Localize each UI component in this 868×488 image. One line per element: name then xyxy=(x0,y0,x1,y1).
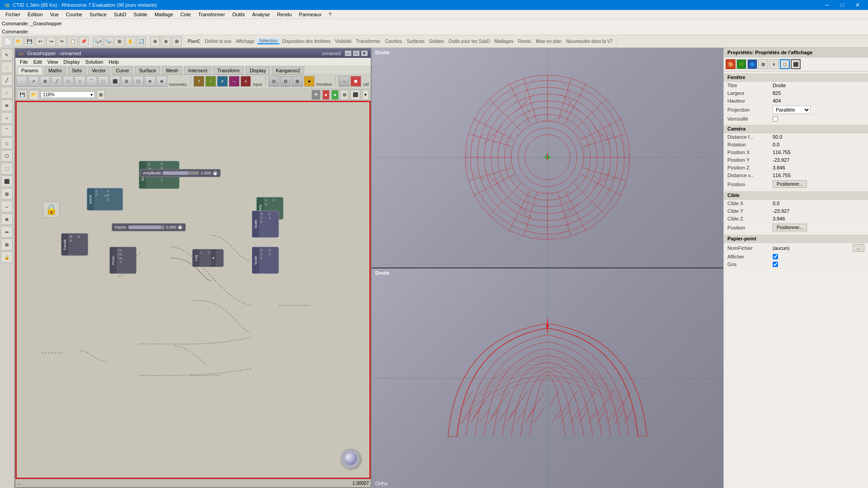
tb-open[interactable]: 📂 xyxy=(14,37,24,47)
props-btn-material[interactable]: □ xyxy=(780,59,790,69)
props-btn-color3[interactable]: 🔷 xyxy=(747,59,757,69)
gh-factor-knob[interactable]: ◉ xyxy=(178,225,183,230)
menu-courbe[interactable]: Courbe xyxy=(62,11,86,18)
gh-comp-subd[interactable]: ⬡ xyxy=(133,76,144,87)
gh-comp-line[interactable]: ╱ xyxy=(51,76,62,87)
menu-surface[interactable]: Surface xyxy=(86,11,110,18)
props-cb-verrouille[interactable] xyxy=(773,116,778,122)
gh-comp-bool[interactable]: T xyxy=(193,76,204,87)
tb-undo[interactable]: ↩ xyxy=(35,37,45,47)
gh-menu-help[interactable]: Help xyxy=(106,59,122,65)
tool-polyline[interactable]: ⟋ xyxy=(1,87,13,99)
gh-layout-btn[interactable]: ⊞ xyxy=(97,90,105,100)
gh-tab-mesh[interactable]: Mesh xyxy=(162,66,182,75)
menu-outils[interactable]: Outils xyxy=(229,11,249,18)
tb-paste[interactable]: 📌 xyxy=(79,37,89,47)
gh-preview-wire[interactable]: ⊞ xyxy=(340,90,349,100)
tb-zoom-in[interactable]: 🔍+ xyxy=(93,37,103,47)
tab-affichage[interactable]: Affichage xyxy=(234,39,257,44)
tool-extrude[interactable]: ⬛ xyxy=(1,175,13,187)
props-btn-display[interactable]: ⊞ xyxy=(758,59,768,69)
tb-snap2[interactable]: ⊗ xyxy=(161,37,171,47)
tool-circle[interactable]: ○ xyxy=(1,112,13,124)
gh-tab-vector[interactable]: Vector xyxy=(88,66,110,75)
props-btn-color1[interactable]: 🎨 xyxy=(726,59,736,69)
gh-node-scale-bottom[interactable]: Scale G G C X F xyxy=(252,247,279,274)
gh-maximize[interactable]: □ xyxy=(353,50,360,56)
tab-disposition[interactable]: Disposition des fenêtres xyxy=(280,39,332,44)
tab-maillages[interactable]: Maillages xyxy=(493,39,515,44)
gh-comp-transform[interactable]: ⊕ xyxy=(156,76,167,87)
menu-analyse[interactable]: Analyse xyxy=(249,11,274,18)
menu-solide[interactable]: Solide xyxy=(130,11,151,18)
gh-comp-num[interactable]: # xyxy=(217,76,228,87)
tb-rotate[interactable]: 🔄 xyxy=(136,37,146,47)
gh-lock-btn[interactable]: 🔒 xyxy=(43,202,60,218)
gh-tab-kangaroo[interactable]: Kangaroo2 xyxy=(272,66,304,75)
gh-menu-view[interactable]: View xyxy=(45,59,61,65)
tab-rendu[interactable]: Rendu xyxy=(516,39,533,44)
tb-new[interactable]: 📄 xyxy=(3,37,13,47)
tab-transformer[interactable]: Transformer xyxy=(354,39,382,44)
gh-comp-field[interactable]: ≋ xyxy=(145,76,156,87)
gh-preview-off[interactable]: 👁 xyxy=(311,90,321,100)
gh-tab-intersect[interactable]: Intersect xyxy=(184,66,211,75)
tool-mirror[interactable]: ⇔ xyxy=(1,226,13,238)
menu-rendu[interactable]: Rendu xyxy=(274,11,295,18)
gh-comp-prim3[interactable]: ⊞ xyxy=(292,76,303,87)
maximize-button[interactable]: □ xyxy=(835,0,849,10)
gh-more-btn[interactable]: ▾ xyxy=(362,90,369,100)
gh-comp-int[interactable]: i xyxy=(205,76,216,87)
gh-tab-display[interactable]: Display xyxy=(245,66,270,75)
tool-rectangle[interactable]: □ xyxy=(1,137,13,149)
gh-comp-slider[interactable]: ─ xyxy=(229,76,240,87)
gh-comp-plane[interactable]: ⊞ xyxy=(40,76,51,87)
gh-menu-file[interactable]: File xyxy=(17,59,31,65)
tab-solides[interactable]: Solides xyxy=(427,39,446,44)
tab-mise-en-plan[interactable]: Mise en plan xyxy=(534,39,563,44)
tab-visibilite[interactable]: Visibilité xyxy=(333,39,354,44)
tb-pan[interactable]: ✋ xyxy=(125,37,135,47)
gh-node-srfcp[interactable]: SrfCP S P P uvP D xyxy=(87,188,123,211)
tb-zoom-all[interactable]: ⊞ xyxy=(114,37,124,47)
gh-node-lng-chevron[interactable]: ▾ xyxy=(211,249,216,267)
gh-comp-brep[interactable]: ⬛ xyxy=(110,76,121,87)
gh-open-btn[interactable]: 📂 xyxy=(29,90,39,100)
tool-dim[interactable]: ↔ xyxy=(1,201,13,212)
menu-edition[interactable]: Édition xyxy=(24,11,47,18)
gh-comp-box[interactable]: □ xyxy=(63,76,74,87)
menu-maillage[interactable]: Maillage xyxy=(151,11,177,18)
tb-copy[interactable]: 📋 xyxy=(68,37,78,47)
tool-polygon[interactable]: ⬡ xyxy=(1,150,13,162)
gh-amplitude-track[interactable] xyxy=(163,171,199,175)
menu-vue[interactable]: Vue xyxy=(47,11,62,18)
gh-preview-shade[interactable]: ⬛ xyxy=(350,90,360,100)
props-cb-afficher[interactable] xyxy=(773,254,778,259)
props-btn-color2[interactable]: 🌿 xyxy=(736,59,746,69)
menu-help[interactable]: ? xyxy=(325,11,335,18)
tool-lock[interactable]: 🔒 xyxy=(1,251,13,263)
gh-comp-prim4[interactable]: ★ xyxy=(304,76,315,87)
gh-comp-point[interactable]: · xyxy=(16,76,27,87)
gh-menu-solution[interactable]: Solution xyxy=(82,59,106,65)
viewport-bottom-bg[interactable]: Droite Ortho xyxy=(372,268,723,488)
menu-subd[interactable]: SubD xyxy=(110,11,130,18)
tab-planc[interactable]: PlanC xyxy=(186,39,202,44)
tool-point[interactable]: · xyxy=(1,61,13,73)
tab-nouveautes[interactable]: Nouveautés dans la V7 xyxy=(564,39,614,44)
tool-freeform[interactable]: ≋ xyxy=(1,99,13,111)
gh-comp-prim1[interactable]: ⊡ xyxy=(269,76,279,87)
gh-tab-sets[interactable]: Sets xyxy=(68,66,86,75)
gh-navigate-sphere[interactable] xyxy=(340,449,360,469)
tb-grid[interactable]: ⊞ xyxy=(172,37,182,47)
tb-redo[interactable]: ↪ xyxy=(46,37,56,47)
menu-cote[interactable]: Cote xyxy=(177,11,194,18)
tb-zoom-out[interactable]: 🔍- xyxy=(104,37,113,47)
props-select-projection[interactable]: Parallèle Perspective xyxy=(773,106,811,114)
gh-zoom-select[interactable]: 118% ▾ xyxy=(41,91,95,98)
gh-node-faceb[interactable]: FaceB M B B xyxy=(61,233,88,256)
gh-tab-curve[interactable]: Curve xyxy=(112,66,133,75)
gh-tab-surface[interactable]: Surface xyxy=(135,66,160,75)
gh-comp-util1[interactable]: → xyxy=(339,76,349,87)
props-btn-nom-fichier-browse[interactable]: ... xyxy=(853,244,864,252)
